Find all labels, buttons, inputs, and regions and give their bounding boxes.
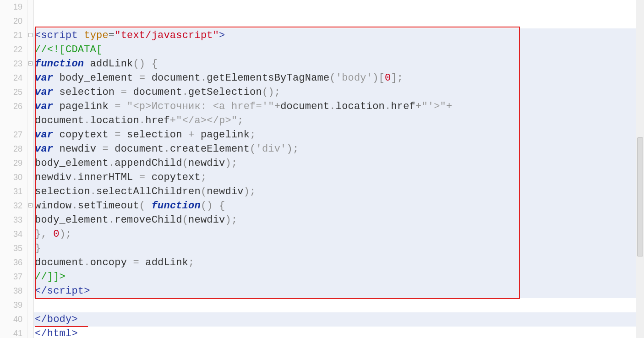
line-number: 28 xyxy=(0,142,27,156)
line-number: 35 xyxy=(0,241,27,256)
token: addLink xyxy=(84,58,133,70)
token: 0 xyxy=(53,229,59,240)
code-line[interactable]: </script> xyxy=(34,284,644,298)
token: copytext xyxy=(145,172,201,183)
token: location xyxy=(90,115,139,126)
code-line[interactable]: } xyxy=(34,241,644,256)
token: + xyxy=(446,101,452,112)
code-editor[interactable]: 1920212223242526272829303132333435363738… xyxy=(0,0,644,338)
code-line[interactable] xyxy=(34,14,644,28)
fold-toggle-icon[interactable]: − xyxy=(28,61,33,65)
token: }, xyxy=(35,229,47,240)
token: body_element xyxy=(35,158,109,169)
code-line[interactable]: var newdiv = document.createElement('div… xyxy=(34,142,644,156)
token: document xyxy=(127,87,182,98)
token: "'>" xyxy=(421,101,446,112)
scrollbar-thumb[interactable] xyxy=(637,137,643,256)
token: ; xyxy=(188,257,194,268)
code-line[interactable]: selection.selectAllChildren(newdiv); xyxy=(34,185,644,199)
token: = xyxy=(115,101,120,112)
token: ; xyxy=(250,129,256,141)
token: 0 xyxy=(385,72,391,84)
code-line[interactable]: window.setTimeout( function() { xyxy=(34,199,644,213)
line-number: 38 xyxy=(0,284,27,298)
token: = xyxy=(115,129,120,141)
token: pagelink xyxy=(53,101,115,112)
line-number: 33 xyxy=(0,213,27,227)
line-number: 36 xyxy=(0,256,27,270)
line-number: 19 xyxy=(0,0,27,14)
token: href xyxy=(391,101,415,112)
fold-toggle-icon[interactable]: − xyxy=(28,203,33,207)
token: = xyxy=(139,172,145,183)
token: . xyxy=(109,158,115,169)
code-line[interactable]: document.location.href+"</a></p>"; xyxy=(34,114,644,128)
token: ]; xyxy=(391,72,403,84)
token: ; xyxy=(201,172,207,183)
token: href xyxy=(145,115,170,126)
code-text-area[interactable]: <script type="text/javascript">//<![CDAT… xyxy=(34,0,644,338)
line-number: 23 xyxy=(0,57,27,71)
code-line[interactable]: //]]> xyxy=(34,270,644,284)
token: createElement xyxy=(170,143,250,155)
token: . xyxy=(84,257,90,268)
fold-column[interactable]: −−− xyxy=(27,0,34,338)
code-line[interactable]: </html> xyxy=(34,327,644,338)
token: > xyxy=(71,314,77,325)
token: body_element xyxy=(53,72,139,84)
token: { xyxy=(219,200,225,212)
token: . xyxy=(71,200,77,212)
token: . xyxy=(139,115,145,126)
line-number: 32 xyxy=(0,199,27,213)
token: + xyxy=(188,129,194,141)
token: "text/javascript" xyxy=(115,30,219,41)
code-line[interactable]: body_element.removeChild(newdiv); xyxy=(34,213,644,227)
code-line[interactable]: newdiv.innerHTML = copytext; xyxy=(34,170,644,185)
token: . xyxy=(385,101,391,112)
token: type xyxy=(84,30,109,41)
token: = xyxy=(133,257,139,268)
token: ( xyxy=(329,72,335,84)
code-line[interactable]: //<![CDATA[ xyxy=(34,43,644,57)
token: innerHTML xyxy=(78,172,139,183)
token: //]]> xyxy=(35,271,65,283)
code-line[interactable] xyxy=(34,0,644,14)
token: document xyxy=(145,72,201,84)
line-number: 41 xyxy=(0,327,27,338)
code-line[interactable]: body_element.appendChild(newdiv); xyxy=(34,156,644,170)
token: . xyxy=(90,186,96,197)
token: pagelink xyxy=(195,129,250,141)
code-line[interactable] xyxy=(34,298,644,312)
code-line[interactable]: document.oncopy = addLink; xyxy=(34,256,644,270)
line-number: 29 xyxy=(0,156,27,170)
code-line[interactable]: var copytext = selection + pagelink; xyxy=(34,128,644,142)
token: var xyxy=(35,129,53,141)
code-line[interactable]: }, 0); xyxy=(34,227,644,241)
vertical-scrollbar[interactable] xyxy=(636,0,644,338)
token: ( xyxy=(201,186,207,197)
token xyxy=(47,229,53,240)
token: + xyxy=(415,101,421,112)
code-line[interactable]: var body_element = document.getElementsB… xyxy=(34,71,644,85)
fold-toggle-icon[interactable]: − xyxy=(28,33,33,37)
token: ); xyxy=(225,158,238,169)
code-line[interactable]: var pagelink = "<p>Источник: <a href='"+… xyxy=(34,99,644,114)
token: body xyxy=(47,314,72,325)
token xyxy=(121,101,127,112)
line-number: 26 xyxy=(0,99,27,114)
token: ); xyxy=(244,186,256,197)
code-line[interactable]: </body> xyxy=(34,312,644,327)
line-number: 31 xyxy=(0,185,27,199)
token: newdiv xyxy=(188,214,225,226)
code-line[interactable]: <script type="text/javascript"> xyxy=(34,28,644,43)
line-number: 27 xyxy=(0,128,27,142)
code-line[interactable]: var selection = document.getSelection(); xyxy=(34,85,644,99)
token: "</a></p>" xyxy=(176,115,237,126)
token: appendChild xyxy=(115,158,182,169)
code-line[interactable]: function addLink() { xyxy=(34,57,644,71)
token: html xyxy=(47,328,72,338)
token: window xyxy=(35,200,71,212)
token: newdiv xyxy=(188,158,225,169)
token: function xyxy=(35,58,84,70)
token: document xyxy=(109,143,164,155)
